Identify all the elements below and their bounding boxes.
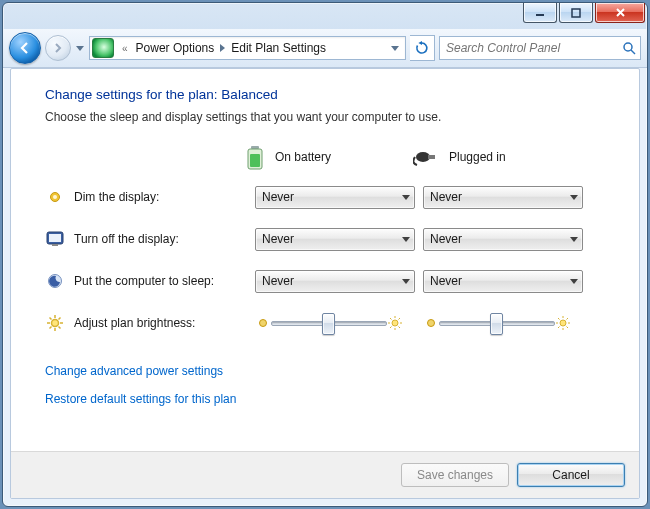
control-panel-icon [92, 38, 114, 58]
row-turn-off-display: Turn off the display: Never Never [45, 224, 605, 254]
chevron-down-icon [570, 195, 578, 200]
brightness-icon [45, 314, 65, 332]
chevron-down-icon [402, 279, 410, 284]
slider-thumb[interactable] [322, 313, 335, 335]
close-icon [615, 7, 626, 18]
breadcrumb-back-chevron[interactable]: « [118, 43, 132, 54]
brightness-low-icon [255, 317, 271, 329]
address-dropdown[interactable] [387, 46, 403, 51]
breadcrumb-separator[interactable] [218, 44, 227, 52]
svg-rect-5 [250, 154, 260, 167]
brightness-low-icon [423, 317, 439, 329]
save-changes-button[interactable]: Save changes [401, 463, 509, 487]
close-button[interactable] [595, 3, 645, 23]
battery-icon [245, 144, 265, 170]
chevron-down-icon [76, 46, 84, 51]
turn-off-display-icon [45, 231, 65, 247]
svg-rect-12 [52, 244, 58, 246]
link-advanced-power-settings[interactable]: Change advanced power settings [45, 364, 605, 378]
chevron-down-icon [570, 237, 578, 242]
chevron-down-icon [402, 237, 410, 242]
column-plugged-label: Plugged in [449, 150, 506, 164]
svg-point-16 [392, 320, 398, 326]
turn-off-display-label: Turn off the display: [74, 232, 179, 246]
navbar: « Power Options Edit Plan Settings [3, 29, 647, 68]
breadcrumb-power-options[interactable]: Power Options [132, 37, 219, 59]
link-restore-defaults[interactable]: Restore default settings for this plan [45, 392, 605, 406]
sleep-battery-combo[interactable]: Never [255, 270, 415, 293]
page-title: Change settings for the plan: Balanced [45, 87, 605, 102]
svg-point-6 [416, 152, 430, 162]
nav-back-button[interactable] [9, 32, 41, 64]
svg-point-14 [52, 320, 59, 327]
turn-off-display-battery-combo[interactable]: Never [255, 228, 415, 251]
arrow-right-icon [52, 42, 64, 54]
dim-display-label: Dim the display: [74, 190, 159, 204]
svg-point-15 [260, 320, 267, 327]
svg-point-2 [624, 43, 632, 51]
svg-rect-7 [428, 155, 435, 159]
maximize-icon [571, 8, 581, 18]
brightness-plugged-slider[interactable] [423, 312, 571, 334]
svg-rect-1 [572, 9, 580, 17]
sleep-plugged-combo[interactable]: Never [423, 270, 583, 293]
window-frame: « Power Options Edit Plan Settings Chang… [2, 2, 648, 507]
sleep-icon [45, 273, 65, 289]
footer: Save changes Cancel [11, 451, 639, 498]
column-battery-label: On battery [275, 150, 331, 164]
address-bar[interactable]: « Power Options Edit Plan Settings [89, 36, 406, 60]
titlebar [3, 3, 647, 29]
brightness-high-icon [387, 316, 403, 330]
search-input[interactable] [444, 40, 622, 56]
minimize-icon [535, 8, 545, 18]
svg-rect-0 [536, 14, 544, 16]
chevron-down-icon [570, 279, 578, 284]
arrow-left-icon [17, 40, 33, 56]
brightness-high-icon [555, 316, 571, 330]
page-subtitle: Choose the sleep and display settings th… [45, 110, 605, 124]
nav-history-dropdown[interactable] [75, 46, 85, 51]
brightness-label: Adjust plan brightness: [74, 316, 195, 330]
svg-point-18 [560, 320, 566, 326]
row-brightness: Adjust plan brightness: [45, 308, 605, 338]
brightness-battery-slider[interactable] [255, 312, 403, 334]
cancel-button[interactable]: Cancel [517, 463, 625, 487]
dim-display-icon [45, 189, 65, 205]
nav-forward-button[interactable] [45, 35, 71, 61]
row-dim-display: Dim the display: Never Never [45, 182, 605, 212]
plug-icon [413, 147, 439, 167]
search-icon [622, 41, 636, 55]
refresh-icon [415, 41, 429, 55]
dim-display-plugged-combo[interactable]: Never [423, 186, 583, 209]
chevron-down-icon [402, 195, 410, 200]
breadcrumb-edit-plan[interactable]: Edit Plan Settings [227, 37, 330, 59]
search-button[interactable] [622, 41, 636, 55]
refresh-button[interactable] [410, 35, 435, 61]
row-sleep: Put the computer to sleep: Never Never [45, 266, 605, 296]
maximize-button[interactable] [559, 3, 593, 23]
slider-thumb[interactable] [490, 313, 503, 335]
svg-rect-11 [49, 234, 61, 242]
sleep-label: Put the computer to sleep: [74, 274, 214, 288]
svg-point-9 [53, 195, 57, 199]
column-headers: On battery Plugged in [245, 144, 605, 170]
minimize-button[interactable] [523, 3, 557, 23]
svg-point-17 [428, 320, 435, 327]
dim-display-battery-combo[interactable]: Never [255, 186, 415, 209]
content-pane: Change settings for the plan: Balanced C… [10, 68, 640, 499]
chevron-right-icon [220, 44, 225, 52]
search-box[interactable] [439, 36, 641, 60]
turn-off-display-plugged-combo[interactable]: Never [423, 228, 583, 251]
chevron-down-icon [391, 46, 399, 51]
